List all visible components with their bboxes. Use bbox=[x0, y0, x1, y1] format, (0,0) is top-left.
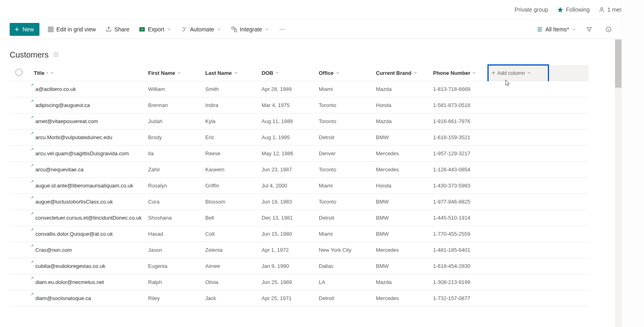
cell-pad bbox=[548, 258, 588, 274]
cell-firstname: Shoshana bbox=[146, 210, 203, 226]
col-header-phone[interactable]: Phone Number bbox=[431, 65, 488, 81]
row-select[interactable] bbox=[10, 226, 31, 242]
table-row[interactable]: ↗amet@vitaeposuereat.comJudahKylaAug 11,… bbox=[10, 113, 588, 130]
row-select[interactable] bbox=[10, 258, 31, 274]
title-text: convallis.dolor.Quisque@at.co.uk bbox=[35, 231, 113, 237]
table-row[interactable]: ↗a@aclibero.co.ukWilliamSmithApr 28, 198… bbox=[10, 81, 588, 97]
cell-title[interactable]: ↗Cras@non.com bbox=[31, 242, 146, 258]
cell-firstname: Jason bbox=[146, 242, 203, 258]
cell-lastname: Blossom bbox=[203, 194, 259, 210]
table-row[interactable]: ↗cubilia@eudoloregestas.co.ukEugeniaAime… bbox=[10, 258, 588, 274]
new-button[interactable]: New bbox=[10, 23, 39, 36]
list-table-wrap: Title ↑ First Name Last Name DOB bbox=[0, 64, 644, 306]
following-toggle[interactable]: Following bbox=[557, 6, 590, 13]
share-indicator-icon: ↗ bbox=[31, 276, 34, 280]
cell-office: Miami bbox=[316, 81, 374, 97]
table-row[interactable]: ↗convallis.dolor.Quisque@at.co.ukHasadCo… bbox=[10, 226, 588, 242]
row-select[interactable] bbox=[10, 146, 31, 162]
cell-pad bbox=[548, 81, 588, 97]
scrollbar-thumb[interactable] bbox=[615, 39, 621, 88]
header-pad bbox=[548, 65, 588, 81]
table-row[interactable]: ↗diam@sociisnatoque.caRileyJackApr 25, 1… bbox=[10, 290, 588, 306]
table-row[interactable]: ↗augue.id.ante@liberomaurisaliquam.co.uk… bbox=[10, 178, 588, 194]
cell-title[interactable]: ↗consectetuer.cursus.et@tinciduntDonec.c… bbox=[31, 210, 146, 226]
cell-title[interactable]: ↗cubilia@eudoloregestas.co.uk bbox=[31, 258, 146, 274]
col-header-office[interactable]: Office bbox=[316, 65, 374, 81]
table-row[interactable]: ↗Cras@non.comJasonZeleniaApr 1, 1972New … bbox=[10, 242, 588, 258]
cell-firstname: Brody bbox=[146, 130, 203, 146]
table-row[interactable]: ↗arcu@nequevitae.caZahirKaseemJun 23, 19… bbox=[10, 162, 588, 178]
cell-title[interactable]: ↗a@aclibero.co.uk bbox=[31, 81, 146, 97]
table-row[interactable]: ↗arcu.Morbi@vulputateduinec.eduBrodyEric… bbox=[10, 130, 588, 146]
row-select[interactable] bbox=[10, 178, 31, 194]
cell-title[interactable]: ↗diam@sociisnatoque.ca bbox=[31, 290, 146, 306]
grid-icon bbox=[47, 26, 54, 33]
row-select[interactable] bbox=[10, 81, 31, 97]
cell-phone: 1-618-159-3521 bbox=[431, 130, 488, 146]
select-all-circle[interactable] bbox=[15, 69, 23, 76]
select-all-header[interactable] bbox=[10, 65, 31, 81]
table-row[interactable]: ↗consectetuer.cursus.et@tinciduntDonec.c… bbox=[10, 210, 588, 226]
automate-button[interactable]: Automate bbox=[180, 23, 223, 36]
view-selector[interactable]: All Items* bbox=[537, 26, 576, 33]
cell-title[interactable]: ↗arcu.vel.quam@sagittisDuisgravida.com bbox=[31, 146, 146, 162]
cell-empty bbox=[488, 178, 548, 194]
cell-dob: Dec 13, 1981 bbox=[259, 210, 316, 226]
row-select[interactable] bbox=[10, 113, 31, 130]
list-table: Title ↑ First Name Last Name DOB bbox=[10, 64, 588, 306]
cell-firstname: Eugenia bbox=[146, 258, 203, 274]
title-text: adipiscing@augueut.ca bbox=[35, 102, 90, 108]
edit-grid-button[interactable]: Edit in grid view bbox=[46, 23, 97, 36]
chevron-down-icon bbox=[50, 70, 55, 75]
more-button[interactable] bbox=[277, 23, 287, 36]
share-indicator-icon: ↗ bbox=[31, 244, 34, 248]
favorite-toggle[interactable] bbox=[53, 51, 59, 59]
cell-title[interactable]: ↗arcu.Morbi@vulputateduinec.edu bbox=[31, 130, 146, 146]
row-select[interactable] bbox=[10, 274, 31, 290]
star-filled-icon bbox=[557, 6, 564, 13]
row-select[interactable] bbox=[10, 130, 31, 146]
row-select[interactable] bbox=[10, 290, 31, 306]
table-row[interactable]: ↗augue@luctuslobortisClass.co.ukCoraBlos… bbox=[10, 194, 588, 210]
cell-phone: 1-770-455-2559 bbox=[431, 226, 488, 242]
table-row[interactable]: ↗adipiscing@augueut.caBrennanIndiraMar 4… bbox=[10, 97, 588, 113]
cell-dob: May 12, 1986 bbox=[259, 146, 316, 162]
filter-button[interactable] bbox=[583, 23, 596, 36]
cell-brand: Mazda bbox=[374, 274, 431, 290]
row-select[interactable] bbox=[10, 242, 31, 258]
col-header-firstname[interactable]: First Name bbox=[146, 65, 203, 81]
cell-phone: 1-481-185-6401 bbox=[431, 242, 488, 258]
cell-title[interactable]: ↗adipiscing@augueut.ca bbox=[31, 97, 146, 113]
cell-title[interactable]: ↗convallis.dolor.Quisque@at.co.uk bbox=[31, 226, 146, 242]
group-type: Private group bbox=[515, 6, 548, 13]
cell-pad bbox=[548, 97, 588, 113]
info-button[interactable] bbox=[602, 23, 615, 36]
excel-icon bbox=[139, 26, 145, 33]
col-header-dob[interactable]: DOB bbox=[259, 65, 316, 81]
integrate-button[interactable]: Integrate bbox=[229, 23, 271, 36]
add-column-button[interactable]: Add column bbox=[488, 65, 548, 81]
cell-title[interactable]: ↗augue@luctuslobortisClass.co.uk bbox=[31, 194, 146, 210]
col-header-lastname[interactable]: Last Name bbox=[203, 65, 259, 81]
header-row: Title ↑ First Name Last Name DOB bbox=[10, 65, 588, 81]
row-select[interactable] bbox=[10, 194, 31, 210]
cell-title[interactable]: ↗amet@vitaeposuereat.com bbox=[31, 113, 146, 130]
export-label: Export bbox=[148, 26, 164, 33]
share-indicator-icon: ↗ bbox=[31, 163, 34, 167]
share-button[interactable]: Share bbox=[104, 23, 131, 36]
col-header-brand[interactable]: Current Brand bbox=[374, 65, 431, 81]
row-select[interactable] bbox=[10, 162, 31, 178]
table-row[interactable]: ↗diam.eu.dolor@necmetus.netRalphOliviaJu… bbox=[10, 274, 588, 290]
cell-pad bbox=[548, 146, 588, 162]
table-row[interactable]: ↗arcu.vel.quam@sagittisDuisgravida.comIl… bbox=[10, 146, 588, 162]
cell-pad bbox=[548, 274, 588, 290]
row-select[interactable] bbox=[10, 97, 31, 113]
cell-title[interactable]: ↗diam.eu.dolor@necmetus.net bbox=[31, 274, 146, 290]
cell-firstname: Ila bbox=[146, 146, 203, 162]
cell-title[interactable]: ↗arcu@nequevitae.ca bbox=[31, 162, 146, 178]
col-header-title[interactable]: Title ↑ bbox=[31, 65, 146, 81]
cell-title[interactable]: ↗augue.id.ante@liberomaurisaliquam.co.uk bbox=[31, 178, 146, 194]
row-select[interactable] bbox=[10, 210, 31, 226]
chevron-down-icon bbox=[177, 70, 182, 75]
export-button[interactable]: Export bbox=[137, 23, 173, 36]
